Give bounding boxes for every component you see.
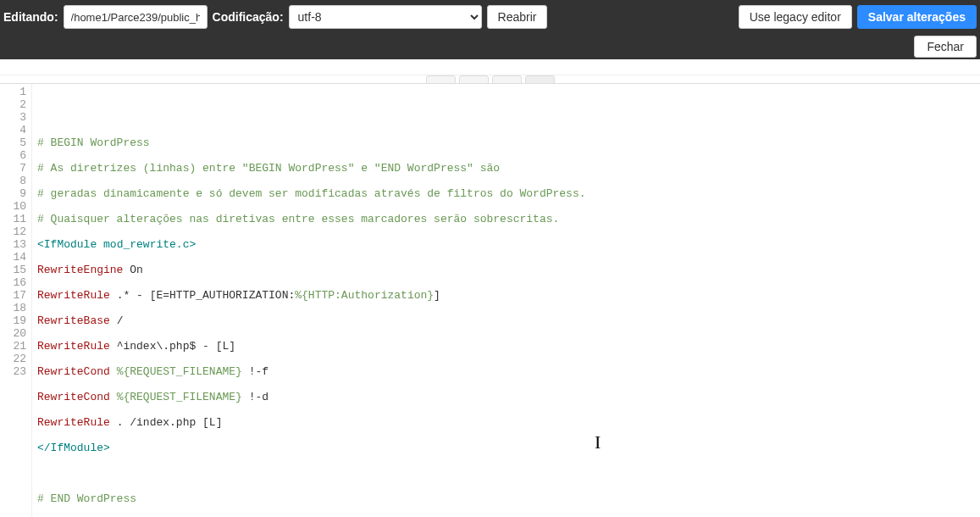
line-number-gutter: 1234567891011121314151617181920212223 [0,84,32,517]
code-line: # END WordPress [37,492,980,505]
editing-label: Editando: [3,10,58,24]
code-line: RewriteRule ^index\.php$ - [L] [37,340,980,353]
reopen-button[interactable]: Reabrir [487,5,548,29]
code-line [37,111,980,124]
code-line: RewriteBase / [37,314,980,327]
code-line: RewriteCond %{REQUEST_FILENAME} !-f [37,365,980,378]
code-line: # As diretrizes (linhas) entre "BEGIN Wo… [37,162,980,175]
tab-item-active[interactable]: ↔ [525,75,555,83]
encoding-label: Codificação: [213,10,284,24]
code-line: RewriteRule .* - [E=HTTP_AUTHORIZATION:%… [37,289,980,302]
code-line: # geradas dinamicamente e só devem ser m… [37,187,980,200]
code-line [37,467,980,480]
gap-bar [0,59,980,75]
secondary-toolbar: Fechar [0,34,980,59]
code-line: </IfModule> [37,442,980,454]
code-line: RewriteEngine On [37,264,980,276]
code-line: # Quaisquer alterações nas diretivas ent… [37,213,980,225]
code-line: # BEGIN WordPress [37,136,980,149]
tab-item[interactable] [492,75,522,83]
editor-toolbar: Editando: Codificação: utf-8 Reabrir Use… [0,0,980,34]
file-path-input[interactable] [64,5,208,29]
code-editor[interactable]: 1234567891011121314151617181920212223 # … [0,83,980,517]
tab-item[interactable] [426,75,456,83]
code-line: <IfModule mod_rewrite.c> [37,238,980,251]
code-line: RewriteCond %{REQUEST_FILENAME} !-d [37,391,980,403]
code-content-area[interactable]: # BEGIN WordPress # As diretrizes (linha… [32,84,980,517]
tab-item[interactable] [459,75,489,83]
code-line: RewriteRule . /index.php [L] [37,416,980,429]
legacy-editor-button[interactable]: Use legacy editor [739,5,852,29]
close-button[interactable]: Fechar [914,36,977,58]
tab-bar: ↔ [0,75,980,83]
horizontal-arrow-icon: ↔ [535,81,544,84]
save-changes-button[interactable]: Salvar alterações [857,5,977,29]
encoding-select[interactable]: utf-8 [289,5,482,29]
